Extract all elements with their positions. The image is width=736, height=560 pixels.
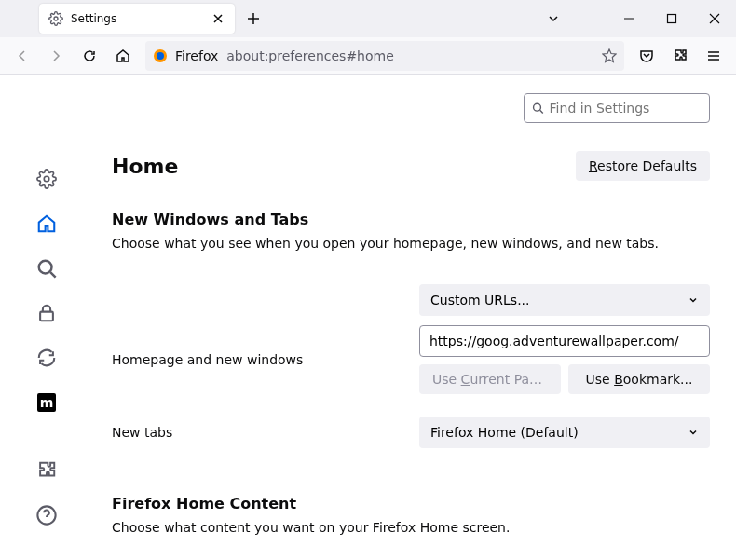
reload-button[interactable]: [75, 41, 104, 71]
main-panel: Home Restore Defaults New Windows and Ta…: [93, 75, 736, 560]
sidebar: m: [0, 75, 93, 560]
tab-title: Settings: [71, 12, 203, 25]
svg-point-5: [39, 261, 52, 274]
close-icon: [709, 13, 720, 24]
sync-icon: [36, 348, 57, 368]
close-tab-button[interactable]: [211, 11, 225, 26]
maximize-icon: [666, 13, 677, 24]
sidebar-item-home[interactable]: [28, 205, 65, 242]
content: m Home Restore Defaults New Windows and …: [0, 75, 736, 560]
home-button[interactable]: [108, 41, 138, 71]
svg-point-4: [44, 176, 49, 182]
sidebar-item-search[interactable]: [28, 250, 65, 287]
app-menu-button[interactable]: [699, 41, 729, 71]
extensions-button[interactable]: [665, 41, 695, 71]
arrow-left-icon: [15, 48, 30, 63]
url-text: Firefox about:preferences#home: [175, 48, 594, 63]
minimize-button[interactable]: [607, 0, 650, 37]
gear-icon: [36, 169, 57, 189]
close-window-button[interactable]: [693, 0, 736, 37]
homepage-label: Homepage and new windows: [112, 352, 419, 367]
m-icon: m: [37, 393, 56, 412]
chevron-down-icon: [547, 12, 560, 25]
gear-icon: [48, 11, 63, 26]
section-title: New Windows and Tabs: [112, 211, 710, 228]
sidebar-item-extensions[interactable]: [28, 452, 65, 489]
section-desc: Choose what you see when you open your h…: [112, 236, 710, 251]
toolbar: Firefox about:preferences#home: [0, 37, 736, 75]
sidebar-item-sync[interactable]: [28, 339, 65, 376]
puzzle-icon: [36, 460, 57, 481]
svg-rect-6: [40, 312, 53, 321]
minimize-icon: [623, 13, 634, 24]
window-controls: [607, 0, 736, 37]
url-bar[interactable]: Firefox about:preferences#home: [145, 41, 624, 71]
close-icon: [212, 13, 224, 24]
arrow-right-icon: [48, 48, 63, 63]
home-icon: [36, 213, 57, 234]
newtabs-select-value: Firefox Home (Default): [430, 425, 579, 440]
sidebar-item-general[interactable]: [28, 160, 65, 198]
homepage-select[interactable]: Custom URLs...: [419, 284, 710, 316]
sidebar-item-support[interactable]: [28, 497, 65, 534]
new-tab-button[interactable]: [240, 6, 266, 32]
svg-rect-1: [668, 15, 676, 23]
maximize-button[interactable]: [650, 0, 693, 37]
svg-point-8: [534, 103, 541, 111]
bookmark-star-icon[interactable]: [602, 48, 617, 63]
homepage-select-value: Custom URLs...: [430, 293, 530, 307]
svg-point-0: [54, 17, 58, 20]
pocket-button[interactable]: [632, 41, 661, 71]
fhc-desc: Choose what content you want on your Fir…: [112, 520, 710, 535]
svg-point-3: [157, 52, 164, 60]
page-title: Home: [112, 155, 178, 178]
all-tabs-button[interactable]: [540, 6, 566, 32]
chevron-down-icon: [688, 427, 699, 438]
tab-settings[interactable]: Settings: [39, 4, 235, 34]
newtabs-label: New tabs: [112, 425, 419, 440]
home-icon: [116, 48, 130, 63]
forward-button[interactable]: [41, 41, 71, 71]
plus-icon: [247, 12, 260, 25]
fhc-title: Firefox Home Content: [112, 495, 710, 512]
newtabs-select[interactable]: Firefox Home (Default): [419, 417, 710, 448]
hamburger-icon: [706, 48, 721, 63]
back-button[interactable]: [7, 41, 37, 71]
firefox-logo-icon: [153, 48, 168, 63]
search-input[interactable]: [550, 101, 702, 116]
search-icon: [532, 102, 544, 115]
sidebar-item-more[interactable]: m: [28, 384, 65, 421]
sidebar-item-privacy[interactable]: [28, 294, 65, 332]
reload-icon: [82, 48, 97, 63]
restore-defaults-button[interactable]: Restore Defaults: [576, 151, 710, 181]
question-icon: [36, 505, 57, 526]
find-in-settings[interactable]: [524, 93, 710, 123]
chevron-down-icon: [688, 294, 699, 306]
puzzle-icon: [673, 48, 688, 63]
use-bookmark-button[interactable]: Use Bookmark...: [568, 364, 710, 394]
lock-icon: [36, 303, 57, 323]
search-icon: [36, 258, 57, 279]
homepage-url-input[interactable]: [419, 325, 710, 357]
pocket-icon: [639, 48, 654, 63]
use-current-pages-button[interactable]: Use Current Pages: [419, 364, 561, 394]
